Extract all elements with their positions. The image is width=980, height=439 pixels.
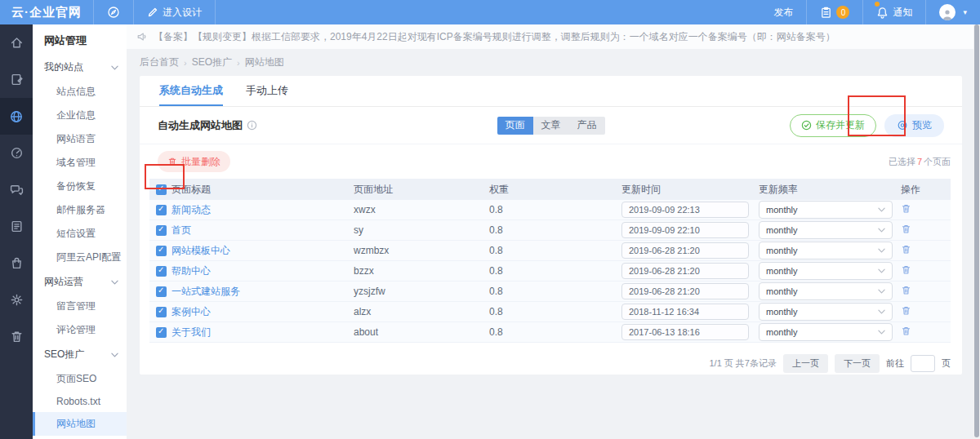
enter-design-button[interactable]: 进入设计 (134, 0, 215, 24)
tab-manual-upload[interactable]: 手动上传 (246, 76, 288, 106)
updated-time-input[interactable] (621, 202, 749, 218)
bell-icon (876, 7, 889, 19)
sidebar-item-company-info[interactable]: 企业信息 (33, 104, 127, 127)
sidebar-item-aliyun-api[interactable]: 阿里云API配置 (33, 246, 127, 269)
updated-time-input[interactable] (621, 304, 749, 320)
delete-row-icon[interactable] (901, 264, 911, 275)
row-checkbox[interactable] (156, 327, 167, 338)
rail-shop-button[interactable] (0, 245, 33, 282)
sidebar-item-backup[interactable]: 备份恢复 (33, 175, 127, 198)
sidebar-group-my-site[interactable]: 我的站点 (33, 55, 127, 80)
goto-page-input[interactable] (911, 355, 935, 372)
rail-settings-button[interactable] (0, 282, 33, 318)
row-checkbox[interactable] (156, 246, 167, 256)
page-title-link[interactable]: 首页 (172, 224, 191, 237)
delete-row-icon[interactable] (901, 305, 911, 316)
updated-time-input[interactable] (621, 283, 749, 299)
segment-articles[interactable]: 文章 (533, 117, 569, 135)
sidebar-item-site-language[interactable]: 网站语言 (33, 127, 127, 151)
enter-design-label: 进入设计 (163, 6, 202, 20)
updated-time-input[interactable] (621, 324, 749, 340)
sidebar-item-baidu-stats[interactable]: 百度统计 (33, 436, 127, 439)
sidebar-item-page-seo[interactable]: 页面SEO (33, 367, 127, 391)
sidebar-item-site-info[interactable]: 站点信息 (33, 80, 127, 104)
sidebar-item-sitemap[interactable]: 网站地图 (33, 412, 127, 436)
save-label: 保存并更新 (816, 118, 865, 132)
next-page-button[interactable]: 下一页 (835, 354, 880, 373)
frequency-select[interactable]: monthly (759, 201, 893, 219)
delete-row-icon[interactable] (901, 244, 911, 255)
frequency-select[interactable]: monthly (759, 282, 893, 300)
row-checkbox[interactable] (156, 205, 167, 215)
frequency-select[interactable]: monthly (759, 242, 893, 259)
updated-time-input[interactable] (621, 242, 749, 259)
breadcrumb-separator: › (184, 58, 187, 68)
notifications-button[interactable]: 通知 (863, 0, 925, 24)
delete-row-icon[interactable] (901, 203, 911, 214)
rail-articles-button[interactable] (0, 208, 33, 245)
publish-button[interactable]: 发布 (760, 0, 806, 24)
rail-messages-button[interactable] (0, 171, 33, 208)
group-label: 我的站点 (44, 60, 83, 74)
gear-icon (10, 293, 24, 307)
design-compass-button[interactable] (94, 0, 133, 24)
frequency-select[interactable]: monthly (759, 262, 893, 280)
row-checkbox[interactable] (156, 286, 167, 297)
info-icon[interactable] (247, 120, 257, 131)
sidebar: 网站管理 我的站点 站点信息 企业信息 网站语言 域名管理 备份恢复 邮件服务器… (33, 24, 127, 439)
page-title-link[interactable]: 关于我们 (172, 326, 211, 339)
col-weight: 权重 (489, 183, 621, 197)
row-checkbox[interactable] (156, 266, 167, 277)
rail-pages-button[interactable] (0, 61, 33, 98)
frequency-select[interactable]: monthly (759, 221, 893, 239)
delete-row-icon[interactable] (901, 224, 911, 234)
page-title-link[interactable]: 案例中心 (172, 305, 211, 319)
preview-button[interactable]: 预览 (884, 114, 944, 137)
sidebar-item-sms[interactable]: 短信设置 (33, 222, 127, 246)
page-title-link[interactable]: 网站模板中心 (172, 244, 230, 258)
sidebar-item-mail-server[interactable]: 邮件服务器 (33, 198, 127, 222)
prev-page-button[interactable]: 上一页 (783, 354, 828, 373)
rail-website-button[interactable] (0, 98, 33, 135)
tab-auto-generate[interactable]: 系统自动生成 (159, 76, 223, 106)
list-doc-icon (10, 220, 24, 233)
page-title-link[interactable]: 一站式建站服务 (172, 285, 240, 299)
delete-row-icon[interactable] (901, 326, 911, 336)
select-all-checkbox[interactable] (156, 184, 167, 195)
chevron-down-icon (878, 248, 885, 253)
drafts-button[interactable]: 0 (807, 0, 862, 24)
col-frequency: 更新频率 (759, 183, 901, 197)
sidebar-item-robots[interactable]: Robots.txt (33, 391, 127, 412)
page-weight: 0.8 (489, 306, 621, 317)
frequency-select[interactable]: monthly (759, 303, 893, 321)
gauge-icon (10, 146, 24, 160)
updated-time-input[interactable] (621, 263, 749, 279)
segment-pages[interactable]: 页面 (497, 117, 533, 135)
pagination-summary: 1/1 页 共7条记录 (709, 357, 777, 370)
segment-products[interactable]: 产品 (569, 117, 605, 135)
breadcrumb-home[interactable]: 后台首页 (140, 55, 179, 69)
updated-time-input[interactable] (621, 222, 749, 238)
batch-delete-button[interactable]: 批量删除 (158, 151, 230, 172)
frequency-select[interactable]: monthly (759, 323, 893, 341)
page-title-link[interactable]: 新闻动态 (172, 203, 211, 217)
sidebar-item-guestbook[interactable]: 留言管理 (33, 295, 127, 318)
sidebar-item-comments[interactable]: 评论管理 (33, 318, 127, 342)
table-header-row: 页面标题 页面地址 权重 更新时间 更新频率 操作 (149, 179, 951, 200)
delete-row-icon[interactable] (901, 285, 911, 295)
rail-dashboard-button[interactable] (0, 135, 33, 171)
save-and-update-button[interactable]: 保存并更新 (790, 114, 876, 137)
sidebar-item-domain[interactable]: 域名管理 (33, 151, 127, 175)
rail-home-button[interactable] (0, 24, 33, 61)
breadcrumb-seo[interactable]: SEO推广 (192, 55, 232, 69)
account-menu[interactable]: ▾ (926, 0, 980, 24)
app-window: 云·企业官网 进入设计 发布 0 (0, 0, 980, 439)
vertical-scrollbar[interactable] (973, 24, 980, 439)
row-checkbox[interactable] (156, 225, 167, 236)
page-title-link[interactable]: 帮助中心 (172, 264, 211, 278)
sidebar-group-seo[interactable]: SEO推广 (33, 342, 127, 367)
row-checkbox[interactable] (156, 307, 167, 317)
scrollbar-thumb[interactable] (974, 24, 979, 437)
rail-trash-button[interactable] (0, 318, 33, 355)
sidebar-group-operations[interactable]: 网站运营 (33, 269, 127, 295)
